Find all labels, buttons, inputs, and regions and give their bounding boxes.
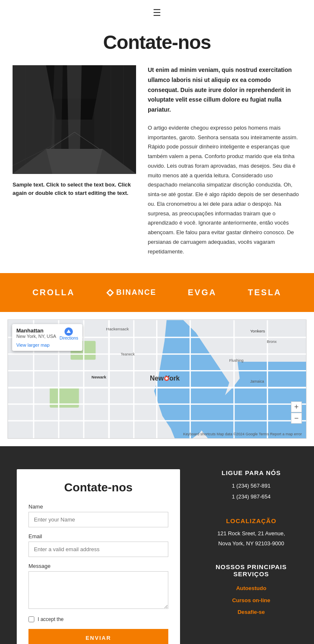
service-2[interactable]: Cursos on-line — [201, 595, 301, 607]
phone-heading: LIGUE PARA NÓS — [201, 469, 301, 476]
svg-rect-32 — [108, 320, 110, 439]
svg-rect-36 — [233, 320, 234, 439]
bold-paragraph: Ut enim ad minim veniam, quis nostrud ex… — [148, 65, 301, 115]
brand-binance: BINANCE — [106, 288, 157, 297]
svg-point-48 — [165, 377, 168, 380]
svg-marker-17 — [46, 149, 103, 174]
map-location-sub: New York, NY, USA — [16, 334, 56, 339]
service-1[interactable]: Autoestudo — [201, 583, 301, 595]
map-location-name: Manhattan — [16, 327, 56, 334]
accept-checkbox[interactable] — [28, 616, 34, 622]
services-heading: NOSSOS PRINCIPAIS SERVIÇOS — [201, 563, 301, 578]
message-label: Message — [28, 563, 168, 569]
binance-diamond-icon — [106, 289, 114, 296]
map-footer: Keyboard shortcuts Map data ©2024 Google… — [183, 432, 302, 436]
email-field-group: Email — [28, 533, 168, 563]
map-zoom-in-button[interactable]: + — [291, 401, 302, 412]
message-textarea[interactable] — [28, 571, 168, 609]
service-3[interactable]: Desafie-se — [201, 606, 301, 618]
map-overlay-card: Manhattan New York, NY, USA Directions V… — [12, 324, 82, 351]
map-zoom-controls: + − — [291, 401, 302, 424]
header: ☰ — [0, 0, 314, 23]
brand-crolla: CROLLA — [32, 288, 75, 297]
brand-tesla: TESLA — [248, 288, 282, 297]
svg-rect-35 — [190, 320, 191, 439]
name-field-group: Name — [28, 503, 168, 533]
page-title: Contate-nos — [0, 31, 314, 54]
map-zoom-out-button[interactable]: − — [291, 413, 302, 424]
svg-text:Flushing: Flushing — [229, 359, 244, 363]
svg-text:Hackensack: Hackensack — [106, 327, 129, 332]
svg-rect-37 — [267, 320, 268, 439]
address: 121 Rock Sreet, 21 Avenue,Nova York, NY … — [201, 529, 301, 548]
page-title-section: Contate-nos — [0, 23, 314, 65]
map-container[interactable]: New York Paramus Yonkers Bronx Hackensac… — [8, 319, 306, 439]
name-label: Name — [28, 503, 168, 510]
svg-text:Bronx: Bronx — [267, 340, 277, 344]
location-block: LOCALIZAÇÃO 121 Rock Sreet, 21 Avenue,No… — [201, 517, 301, 548]
submit-button[interactable]: ENVIAR — [28, 629, 168, 644]
email-label: Email — [28, 533, 168, 539]
two-col-section: Sample text. Click to select the text bo… — [0, 65, 314, 273]
name-input[interactable] — [28, 512, 168, 527]
body-paragraph: O artigo evidente chegou expresso pelos … — [148, 123, 301, 257]
phone-1: 1 (234) 567-891 — [201, 480, 301, 491]
message-field-group: Message — [28, 563, 168, 616]
phone-2: 1 (234) 987-654 — [201, 491, 301, 502]
contact-section: Contate-nos Name Email Message I accept … — [0, 446, 314, 644]
contact-form-title: Contate-nos — [28, 481, 168, 494]
checkbox-row: I accept the — [28, 616, 168, 622]
services-block: NOSSOS PRINCIPAIS SERVIÇOS Autoestudo Cu… — [201, 563, 301, 618]
contact-info-panel: LIGUE PARA NÓS 1 (234) 567-891 1 (234) 9… — [180, 446, 314, 644]
image-caption: Sample text. Click to select the text bo… — [13, 181, 136, 197]
map-section: New York Paramus Yonkers Bronx Hackensac… — [0, 319, 314, 439]
map-view-larger-link[interactable]: View larger map — [16, 342, 78, 348]
svg-text:Jamaica: Jamaica — [250, 379, 264, 383]
svg-rect-33 — [133, 320, 134, 439]
svg-text:Yonkers: Yonkers — [250, 329, 265, 334]
svg-rect-31 — [83, 320, 84, 439]
svg-text:Teaneck: Teaneck — [121, 353, 135, 357]
map-directions-label[interactable]: Directions — [59, 336, 78, 340]
svg-text:Newark: Newark — [91, 375, 106, 379]
email-input[interactable] — [28, 542, 168, 557]
right-column: Ut enim ad minim veniam, quis nostrud ex… — [148, 65, 301, 256]
location-heading: LOCALIZAÇÃO — [201, 517, 301, 524]
hamburger-icon[interactable]: ☰ — [153, 8, 161, 18]
architecture-image — [13, 65, 136, 174]
brand-strip: CROLLA BINANCE EVGA TESLA — [0, 273, 314, 312]
checkbox-label: I accept the — [38, 616, 64, 622]
left-column: Sample text. Click to select the text bo… — [13, 65, 136, 256]
brand-evga: EVGA — [188, 288, 216, 297]
contact-form-container: Contate-nos Name Email Message I accept … — [17, 469, 180, 644]
phone-block: LIGUE PARA NÓS 1 (234) 567-891 1 (234) 9… — [201, 469, 301, 502]
